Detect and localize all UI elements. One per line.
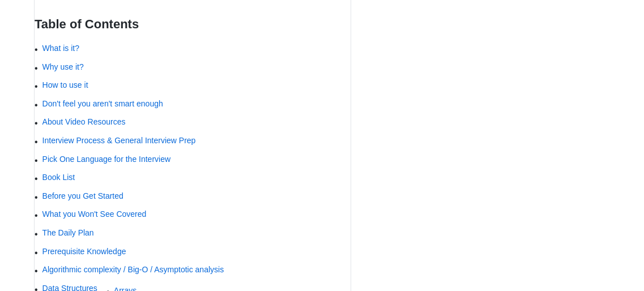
toc-link-10[interactable]: The Daily Plan [42,226,94,239]
list-item: About Video Resources [35,115,328,131]
sublist-container: ArraysLinked ListsStack [106,282,156,291]
list-item: Book List [35,171,328,186]
toc-link-11[interactable]: Prerequisite Knowledge [42,245,126,258]
toc-link-7[interactable]: Book List [42,171,75,183]
list-item: Pick One Language for the Interview [35,153,328,168]
toc-link-4[interactable]: About Video Resources [42,115,126,128]
toc-heading: Table of Contents [35,11,328,32]
list-item: What is it? [35,42,328,57]
list-item: What you Won't See Covered [35,208,328,223]
left-margin [0,0,34,291]
list-item: Interview Process & General Interview Pr… [35,134,328,149]
toc-link-3[interactable]: Don't feel you aren't smart enough [42,97,163,110]
right-margin [351,0,645,291]
toc-link-8[interactable]: Before you Get Started [42,190,123,202]
toc-sublist: ArraysLinked ListsStack [106,284,156,291]
list-item: Arrays [106,284,156,291]
toc-link-1[interactable]: Why use it? [42,61,84,73]
list-item: Prerequisite Knowledge [35,245,328,260]
list-item: Before you Get Started [35,190,328,205]
toc-sublink-13-0[interactable]: Arrays [114,284,137,291]
toc-link-12[interactable]: Algorithmic complexity / Big-O / Asympto… [42,263,224,276]
list-item: Data StructuresArraysLinked ListsStack [35,282,328,291]
list-item: Algorithmic complexity / Big-O / Asympto… [35,263,328,279]
content-area: Table of Contents What is it?Why use it?… [34,0,351,291]
list-item: How to use it [35,79,328,94]
toc-link-5[interactable]: Interview Process & General Interview Pr… [42,134,196,147]
toc-link-0[interactable]: What is it? [42,42,79,54]
list-item: Don't feel you aren't smart enough [35,97,328,113]
list-item: Why use it? [35,61,328,76]
toc-link-2[interactable]: How to use it [42,79,88,91]
toc-list: What is it?Why use it?How to use itDon't… [35,42,328,291]
toc-link-6[interactable]: Pick One Language for the Interview [42,153,170,165]
toc-link-13[interactable]: Data Structures [42,282,97,291]
list-item: The Daily Plan [35,226,328,242]
page-wrapper: Table of Contents What is it?Why use it?… [0,0,644,291]
toc-link-9[interactable]: What you Won't See Covered [42,208,147,220]
